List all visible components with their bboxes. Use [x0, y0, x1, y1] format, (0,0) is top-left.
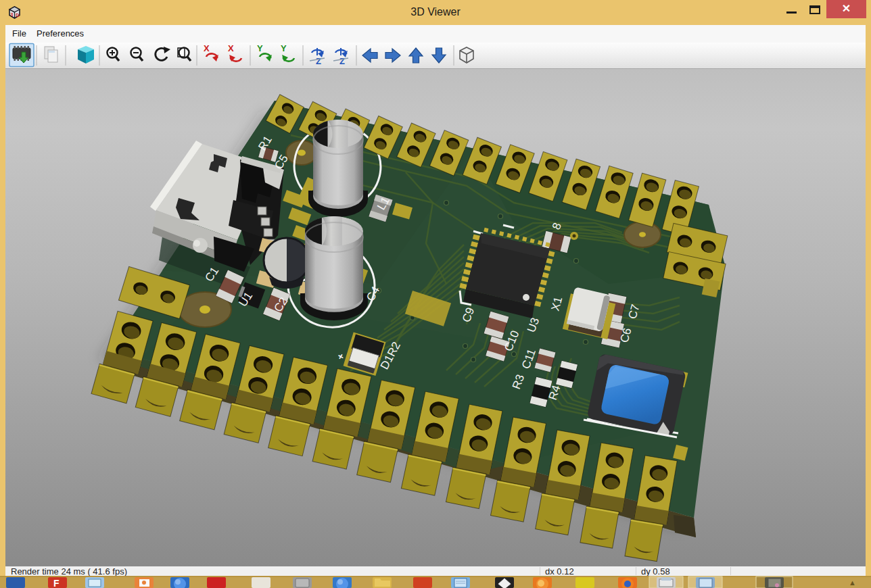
svg-text:3: 3: [10, 11, 13, 18]
svg-text:▲: ▲: [849, 579, 856, 587]
svg-text:Z: Z: [316, 56, 321, 66]
svg-text:X: X: [228, 43, 234, 53]
svg-text:X: X: [204, 43, 210, 53]
svg-text:D: D: [16, 12, 20, 18]
svg-text:Z: Z: [339, 56, 345, 66]
svg-text:Y: Y: [257, 43, 263, 53]
svg-text:Y: Y: [281, 43, 287, 53]
svg-text:F: F: [53, 578, 60, 588]
